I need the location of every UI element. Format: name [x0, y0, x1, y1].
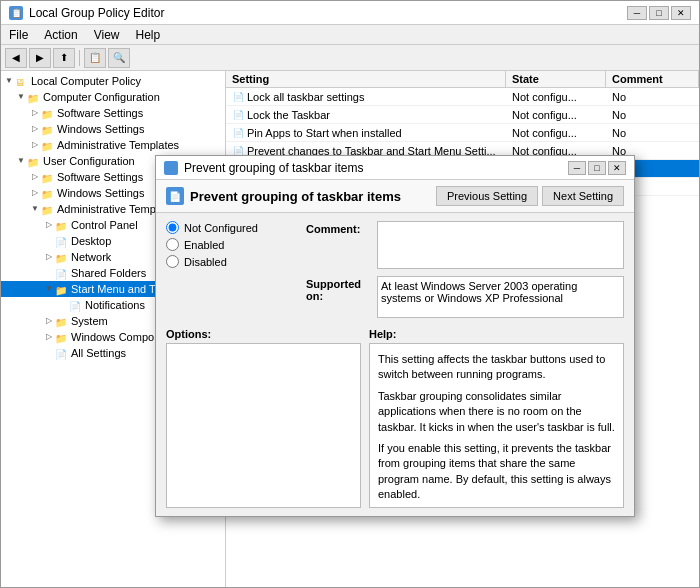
help-text-content: This setting affects the taskbar buttons… — [374, 348, 619, 508]
modal-main-row: Not Configured Enabled Disabled Comment: — [166, 221, 624, 318]
page-icon: 📄 — [55, 235, 69, 247]
menu-action[interactable]: Action — [40, 28, 81, 42]
toggle-icon: ▷ — [43, 219, 55, 231]
radio-disabled-label: Disabled — [184, 256, 227, 268]
show-hide-button[interactable]: 📋 — [84, 48, 106, 68]
app-icon: 📋 — [9, 6, 23, 20]
list-item[interactable]: 📄 Lock all taskbar settings Not configu.… — [226, 88, 699, 106]
menu-view[interactable]: View — [90, 28, 124, 42]
app-title: Local Group Policy Editor — [29, 6, 164, 20]
page-icon: 📄 — [69, 299, 83, 311]
tree-label: Computer Configuration — [43, 89, 160, 105]
comment-textarea[interactable] — [377, 221, 624, 269]
radio-disabled[interactable]: Disabled — [166, 255, 296, 268]
prev-setting-button[interactable]: Previous Setting — [436, 186, 538, 206]
menu-file[interactable]: File — [5, 28, 32, 42]
up-button[interactable]: ⬆ — [53, 48, 75, 68]
folder-icon: 📁 — [27, 155, 41, 167]
modal-title-bar: Prevent grouping of taskbar items ─ □ ✕ — [156, 156, 634, 180]
tree-label: All Settings — [71, 345, 126, 361]
modal-maximize-button[interactable]: □ — [588, 161, 606, 175]
radio-enabled[interactable]: Enabled — [166, 238, 296, 251]
folder-icon: 📁 — [27, 91, 41, 103]
supported-value: At least Windows Server 2003 operating s… — [377, 276, 624, 318]
tree-item-software-settings-1[interactable]: ▷ 📁 Software Settings — [1, 105, 225, 121]
tree-item-local-policy[interactable]: ▼ 🖥 Local Computer Policy — [1, 73, 225, 89]
list-item[interactable]: 📄 Lock the Taskbar Not configu... No — [226, 106, 699, 124]
toggle-icon: ▼ — [43, 283, 55, 295]
cell-setting: 📄 Pin Apps to Start when installed — [226, 126, 506, 140]
toggle-icon: ▷ — [29, 107, 41, 119]
minimize-button[interactable]: ─ — [627, 6, 647, 20]
cell-setting: 📄 Lock all taskbar settings — [226, 90, 506, 104]
help-title: Help: — [369, 328, 624, 340]
help-para-1: Taskbar grouping consolidates similar ap… — [378, 389, 615, 435]
toggle-icon: ▷ — [29, 139, 41, 151]
tree-label: Desktop — [71, 233, 111, 249]
tree-label: Software Settings — [57, 169, 143, 185]
tree-label: Notifications — [85, 297, 145, 313]
tree-label: Local Computer Policy — [31, 73, 141, 89]
folder-icon: 📁 — [41, 171, 55, 183]
folder-icon: 📁 — [41, 123, 55, 135]
tree-item-admin-templates-1[interactable]: ▷ 📁 Administrative Templates — [1, 137, 225, 153]
next-setting-button[interactable]: Next Setting — [542, 186, 624, 206]
cell-comment: No — [606, 126, 699, 140]
back-button[interactable]: ◀ — [5, 48, 27, 68]
tree-item-windows-settings-1[interactable]: ▷ 📁 Windows Settings — [1, 121, 225, 137]
folder-icon: 📁 — [55, 315, 69, 327]
radio-enabled-input[interactable] — [166, 238, 179, 251]
toggle-icon: ▼ — [15, 91, 27, 103]
tree-label: Windows Settings — [57, 185, 144, 201]
toggle-icon: ▼ — [29, 203, 41, 215]
filter-button[interactable]: 🔍 — [108, 48, 130, 68]
radio-section: Not Configured Enabled Disabled — [166, 221, 296, 318]
supported-label: Supported on: — [306, 276, 371, 302]
title-bar: 📋 Local Group Policy Editor ─ □ ✕ — [1, 1, 699, 25]
maximize-button[interactable]: □ — [649, 6, 669, 20]
radio-not-configured-input[interactable] — [166, 221, 179, 234]
modal-header-icon: 📄 — [166, 187, 184, 205]
page-icon: 📄 — [55, 347, 69, 359]
toolbar: ◀ ▶ ⬆ 📋 🔍 — [1, 45, 699, 71]
tree-label: Network — [71, 249, 111, 265]
folder-icon: 🖥 — [15, 75, 29, 87]
modal-minimize-button[interactable]: ─ — [568, 161, 586, 175]
modal-close-button[interactable]: ✕ — [608, 161, 626, 175]
help-para-2: If you enable this setting, it prevents … — [378, 441, 615, 503]
header-setting[interactable]: Setting — [226, 71, 506, 87]
list-header: Setting State Comment — [226, 71, 699, 88]
close-button[interactable]: ✕ — [671, 6, 691, 20]
folder-icon: 📁 — [55, 331, 69, 343]
header-comment[interactable]: Comment — [606, 71, 699, 87]
toolbar-separator — [79, 50, 80, 66]
tree-item-computer-config[interactable]: ▼ 📁 Computer Configuration — [1, 89, 225, 105]
toggle-icon: ▷ — [29, 171, 41, 183]
folder-icon: 📁 — [55, 219, 69, 231]
supported-row: Supported on: At least Windows Server 20… — [306, 276, 624, 318]
forward-button[interactable]: ▶ — [29, 48, 51, 68]
folder-icon: 📁 — [41, 139, 55, 151]
comment-label: Comment: — [306, 221, 371, 235]
toggle-icon: ▷ — [29, 187, 41, 199]
menu-help[interactable]: Help — [132, 28, 165, 42]
help-para-0: This setting affects the taskbar buttons… — [378, 352, 615, 383]
header-state[interactable]: State — [506, 71, 606, 87]
options-box — [166, 343, 361, 508]
comment-row: Comment: — [306, 221, 624, 272]
help-section: Help: This setting affects the taskbar b… — [369, 328, 624, 508]
tree-label: Software Settings — [57, 105, 143, 121]
folder-icon: 📁 — [41, 187, 55, 199]
radio-disabled-input[interactable] — [166, 255, 179, 268]
radio-not-configured[interactable]: Not Configured — [166, 221, 296, 234]
row-icon: 📄 — [232, 127, 244, 139]
radio-not-configured-label: Not Configured — [184, 222, 258, 234]
modal-title-icon — [164, 161, 178, 175]
modal-header-title: 📄 Prevent grouping of taskbar items — [166, 187, 401, 205]
row-icon: 📄 — [232, 109, 244, 121]
tree-label: User Configuration — [43, 153, 135, 169]
folder-icon: 📁 — [41, 203, 55, 215]
list-item[interactable]: 📄 Pin Apps to Start when installed Not c… — [226, 124, 699, 142]
page-icon: 📄 — [55, 267, 69, 279]
row-icon: 📄 — [232, 91, 244, 103]
